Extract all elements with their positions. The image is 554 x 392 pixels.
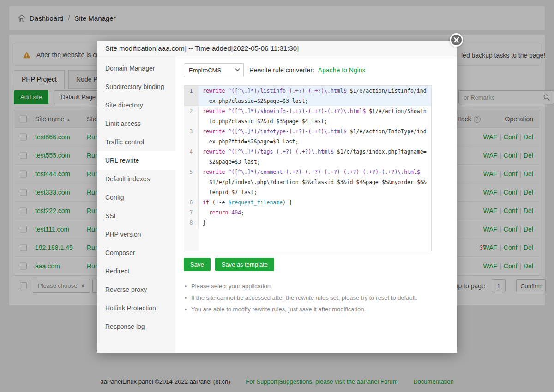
modal-menu-item-traffic-control[interactable]: Traffic control — [97, 133, 175, 151]
line-number: 3 — [184, 126, 199, 147]
line-number: 6 — [184, 197, 199, 208]
code-text: rewrite ^([^\.]*)/comment-(.+?)-(.+?)-(.… — [199, 167, 431, 197]
modal-menu-item-domain-manager[interactable]: Domain Manager — [97, 59, 175, 77]
rewrite-template-row: EmpireCMS Rewrite rule converter: Apache… — [184, 63, 366, 77]
modal-menu-item-default-indexes[interactable]: Default indexes — [97, 170, 175, 188]
code-line: 8} — [184, 218, 431, 228]
cms-select[interactable]: EmpireCMS — [184, 63, 244, 77]
save-button[interactable]: Save — [184, 258, 211, 271]
line-number: 7 — [184, 208, 199, 218]
modal-menu-item-site-directory[interactable]: Site directory — [97, 96, 175, 114]
line-number: 1 — [184, 86, 199, 106]
converter-label: Rewrite rule converter: — [249, 66, 314, 74]
modal-menu-item-hotlink-protection[interactable]: Hotlink Protection — [97, 299, 175, 317]
line-number: 4 — [184, 147, 199, 167]
modal-menu-item-config[interactable]: Config — [97, 188, 175, 207]
modal-menu-item-ssl[interactable]: SSL — [97, 207, 175, 225]
cms-select-wrap: EmpireCMS — [184, 63, 244, 77]
modal-menu-item-limit-access[interactable]: Limit access — [97, 114, 175, 133]
editor-actions: Save Save as template — [184, 258, 274, 271]
note-item: If the site cannot be accessed after the… — [184, 292, 417, 303]
rewrite-rule-editor[interactable]: 1rewrite ^([^\.]*)/listinfo-(.+?)-(.+?)\… — [184, 85, 432, 251]
code-line: 2rewrite ^([^\.]*)/showinfo-(.+?)-(.+?)-… — [184, 106, 431, 126]
line-number: 5 — [184, 167, 199, 197]
line-number: 2 — [184, 106, 199, 126]
site-modification-modal: Site modification[aaa.com] -- Time added… — [97, 41, 457, 353]
modal-menu-item-response-log[interactable]: Response log — [97, 317, 175, 336]
line-number: 8 — [184, 218, 199, 228]
modal-close-button[interactable] — [450, 33, 463, 47]
modal-menu-item-url-rewrite[interactable]: URL rewrite — [97, 151, 175, 170]
notes-list: Please select your application.If the si… — [184, 280, 417, 315]
code-text: rewrite ^([^\.]*)/showinfo-(.+?)-(.+?)-(… — [199, 106, 431, 126]
modal-menu-item-subdirectory-binding[interactable]: Subdirectory binding — [97, 77, 175, 96]
code-line: 1rewrite ^([^\.]*)/listinfo-(.+?)-(.+?)\… — [184, 86, 431, 106]
modal-menu: Domain ManagerSubdirectory bindingSite d… — [97, 56, 175, 353]
note-item: You are able to modify rewrite rules, ju… — [184, 303, 417, 315]
code-text: } — [199, 218, 431, 228]
code-line: 6if (!-e $request_filename) { — [184, 197, 431, 208]
converter-link[interactable]: Apache to Nginx — [318, 66, 366, 74]
modal-menu-item-redirect[interactable]: Redirect — [97, 262, 175, 280]
site-manager-page: Dashboard / Site Manager After the websi… — [0, 0, 554, 392]
code-text: rewrite ^([^\.]*)/infotype-(.+?)-(.+?)\.… — [199, 126, 431, 147]
note-item: Please select your application. — [184, 280, 417, 292]
modal-menu-item-composer[interactable]: Composer — [97, 244, 175, 262]
save-as-template-button[interactable]: Save as template — [215, 258, 274, 271]
code-line: 4rewrite ^([^\.]*)/tags-(.+?)-(.+?)\.htm… — [184, 147, 431, 167]
code-line: 7 return 404; — [184, 208, 431, 218]
code-text: rewrite ^([^\.]*)/tags-(.+?)-(.+?)\.html… — [199, 147, 431, 167]
code-text: if (!-e $request_filename) { — [199, 197, 431, 208]
code-text: rewrite ^([^\.]*)/listinfo-(.+?)-(.+?)\.… — [199, 86, 431, 106]
modal-menu-item-php-version[interactable]: PHP version — [97, 225, 175, 244]
close-icon — [451, 35, 462, 45]
code-text: return 404; — [199, 208, 431, 218]
modal-menu-item-reverse-proxy[interactable]: Reverse proxy — [97, 280, 175, 299]
url-rewrite-panel: EmpireCMS Rewrite rule converter: Apache… — [175, 56, 457, 353]
code-line: 5rewrite ^([^\.]*)/comment-(.+?)-(.+?)-(… — [184, 167, 431, 197]
modal-title: Site modification[aaa.com] -- Time added… — [97, 41, 457, 56]
code-line: 3rewrite ^([^\.]*)/infotype-(.+?)-(.+?)\… — [184, 126, 431, 147]
